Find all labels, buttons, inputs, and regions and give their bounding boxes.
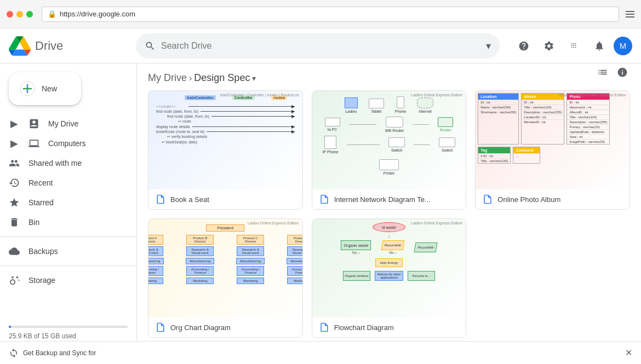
url-bar[interactable]: 🔒 https://drive.google.com	[42, 7, 619, 22]
sidebar: New ▶ My Drive ▶ Computers	[0, 63, 137, 364]
header: Drive ▾ M	[0, 28, 641, 63]
file-footer-3: Online Photo Album	[476, 189, 629, 209]
file-card-photo-album[interactable]: Visual Paradigm Online Express Edition L…	[475, 90, 630, 210]
user-avatar[interactable]: M	[614, 37, 632, 55]
breadcrumb-separator: ›	[189, 73, 192, 83]
recent-icon	[9, 177, 20, 188]
storage-fill	[9, 326, 11, 328]
file-thumbnail-5: Ladino Online Express Edition id waste ↓…	[312, 219, 466, 317]
storage-bar	[9, 326, 128, 328]
file-thumbnail-4: Ladino Online Express Edition President …	[148, 219, 302, 317]
sidebar-my-drive-label: My Drive	[48, 119, 78, 128]
app-body: New ▶ My Drive ▶ Computers	[0, 63, 641, 364]
sidebar-item-shared[interactable]: Shared with me	[0, 153, 128, 173]
sidebar-starred-label: Starred	[28, 198, 54, 207]
doc-icon-1	[155, 194, 166, 205]
backups-icon	[9, 246, 20, 257]
sidebar-item-starred[interactable]: Starred	[0, 193, 128, 212]
file-thumbnail-2: Ladino Online Express Edition Ladino Tab…	[312, 91, 466, 189]
header-actions: M	[513, 35, 632, 57]
sidebar-bin-label: Bin	[28, 218, 39, 227]
titlebar: 🔒 https://drive.google.com	[0, 0, 641, 28]
sidebar-divider-2	[0, 265, 136, 266]
sidebar-divider	[0, 236, 136, 237]
app: Drive ▾ M	[0, 28, 641, 364]
new-button-label: New	[42, 84, 57, 93]
storage-used-text: 25.9 KB of 15 GB used	[9, 332, 128, 340]
logo-text: Drive	[35, 39, 63, 53]
minimize-dot[interactable]	[16, 11, 23, 18]
doc-icon-2	[319, 194, 330, 205]
doc-icon-5	[319, 322, 330, 333]
file-card-org-chart[interactable]: Ladino Online Express Edition President …	[148, 218, 303, 338]
sync-close-icon[interactable]: ✕	[625, 348, 632, 358]
file-thumbnail-1: trainController | Controller | routes | …	[148, 91, 302, 189]
file-card-book-a-seat[interactable]: trainController | Controller | routes | …	[148, 90, 303, 210]
main-content: My Drive › Design Spec ▾	[137, 63, 641, 364]
url-text: https://drive.google.com	[60, 10, 135, 18]
my-drive-expand-icon: ▶	[9, 118, 20, 129]
computers-icon	[28, 138, 39, 149]
file-card-network[interactable]: Ladino Online Express Edition Ladino Tab…	[312, 90, 467, 210]
starred-icon	[9, 197, 20, 208]
sidebar-item-bin[interactable]: Bin	[0, 212, 128, 232]
notifications-button[interactable]	[588, 35, 610, 57]
info-button[interactable]	[615, 65, 630, 83]
drive-logo-icon	[9, 35, 31, 57]
file-name-2: Internet Network Diagram Te...	[334, 195, 431, 204]
sync-icon	[9, 348, 19, 358]
sidebar-storage-label: Storage	[28, 276, 55, 285]
new-button[interactable]: New	[9, 72, 81, 105]
file-thumbnail-3: Visual Paradigm Online Express Edition L…	[476, 91, 629, 189]
file-name-4: Org Chart Diagram	[170, 323, 231, 332]
logo[interactable]: Drive	[9, 35, 129, 57]
sidebar-item-storage[interactable]: Storage	[0, 270, 128, 290]
new-button-icon	[20, 81, 35, 96]
doc-icon-4	[155, 322, 166, 333]
file-footer-4: Org Chart Diagram	[148, 317, 302, 337]
file-footer-1: Book a Seat	[148, 189, 302, 209]
window-controls	[7, 11, 33, 18]
file-card-flowchart[interactable]: Ladino Online Express Edition id waste ↓…	[312, 218, 467, 338]
toolbar	[595, 65, 630, 83]
help-button[interactable]	[513, 35, 535, 57]
breadcrumb-root[interactable]: My Drive	[148, 72, 187, 84]
doc-icon-3	[482, 194, 493, 205]
settings-button[interactable]	[538, 35, 560, 57]
breadcrumb-dropdown-icon[interactable]: ▾	[252, 74, 256, 83]
my-drive-icon	[28, 118, 39, 129]
list-view-button[interactable]	[595, 65, 610, 83]
maximize-dot[interactable]	[26, 11, 33, 18]
file-name-1: Book a Seat	[170, 195, 209, 204]
sidebar-shared-label: Shared with me	[28, 159, 82, 167]
sync-text: Get Backup and Sync for	[23, 349, 96, 357]
file-name-3: Online Photo Album	[497, 195, 560, 204]
sidebar-recent-label: Recent	[28, 178, 53, 187]
close-dot[interactable]	[7, 11, 13, 18]
computers-expand-icon: ▶	[9, 138, 20, 149]
breadcrumb: My Drive › Design Spec ▾	[148, 63, 256, 90]
search-icon	[145, 41, 156, 51]
file-name-5: Flowchart Diagram	[334, 323, 394, 332]
storage-icon	[9, 275, 20, 286]
bin-icon	[9, 217, 20, 228]
sidebar-backups-label: Backups	[28, 247, 58, 256]
apps-button[interactable]	[563, 35, 585, 57]
breadcrumb-current: Design Spec	[194, 72, 250, 84]
file-footer-2: Internet Network Diagram Te...	[312, 189, 466, 209]
search-input[interactable]	[161, 41, 480, 51]
search-bar: ▾	[136, 33, 500, 59]
sidebar-computers-label: Computers	[48, 139, 85, 148]
files-grid: trainController | Controller | routes | …	[148, 90, 630, 349]
sync-banner: Get Backup and Sync for ✕	[0, 341, 641, 364]
menu-icon[interactable]	[626, 11, 634, 18]
sidebar-item-my-drive[interactable]: ▶ My Drive	[0, 114, 128, 134]
file-footer-5: Flowchart Diagram	[312, 317, 466, 337]
shared-icon	[9, 158, 20, 169]
sidebar-item-computers[interactable]: ▶ Computers	[0, 134, 128, 153]
sidebar-item-recent[interactable]: Recent	[0, 173, 128, 193]
sidebar-item-backups[interactable]: Backups	[0, 241, 128, 261]
search-dropdown-icon[interactable]: ▾	[486, 40, 491, 52]
